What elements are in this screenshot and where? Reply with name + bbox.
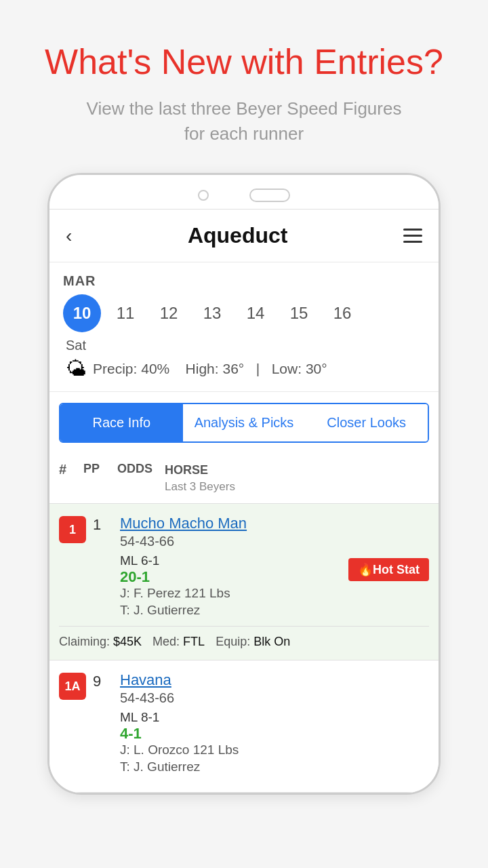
claiming-row-1: Claiming: $45K Med: FTL Equip: Blk On [59,626,429,649]
equip-item: Equip: Blk On [216,635,290,649]
app-content: ‹ Aqueduct MAR 10 11 12 13 14 15 16 Sat [49,209,439,793]
month-label: MAR [63,273,425,289]
date-item-5[interactable]: 15 [280,294,318,332]
runner-main-2: 1A 9 Havana 54-43-66 ML 8-1 4-1 J: L. Or… [59,671,429,774]
col-header-odds: ODDS [117,462,165,476]
runner-main-1: 1 1 Mucho Macho Man 54-43-66 ML 6-1 20-1 [59,515,429,618]
runner-trainer-2: T: J. Gutierrez [120,760,429,774]
runner-odds-1: 20-1 [120,568,159,586]
tab-race-info[interactable]: Race Info [60,404,183,441]
table-row: 1A 9 Havana 54-43-66 ML 8-1 4-1 J: L. Or… [49,660,439,793]
runner-top-row-1: Mucho Macho Man 54-43-66 [120,515,429,553]
runner-beyers-2: 54-43-66 [120,690,429,706]
high-val: 36° [222,361,244,376]
runner-jockey-1: J: F. Perez 121 Lbs [120,586,429,601]
date-item-1[interactable]: 11 [106,294,144,332]
phone-mockup: ‹ Aqueduct MAR 10 11 12 13 14 15 16 Sat [47,173,441,795]
med-item: Med: FTL [152,635,205,649]
runner-odds-row-2: ML 8-1 4-1 [120,710,429,743]
menu-line-1 [403,229,422,231]
runner-pp-1: 1 [93,515,120,534]
claiming-item: Claiming: $45K [59,635,142,649]
tab-closer-looks[interactable]: Closer Looks [305,404,428,441]
phone-camera-icon [198,190,209,201]
phone-speaker [249,189,290,202]
weather-text: Precip: 40% High: 36° | Low: 30° [93,361,327,377]
col-header-hash: # [59,462,83,477]
menu-button[interactable] [403,229,422,243]
date-strip: 10 11 12 13 14 15 16 [63,294,425,332]
runner-ml-2: ML 8-1 [120,710,159,725]
col-header-pp: PP [83,462,117,476]
phone-top-bar [49,175,439,209]
precip-label: Precip: [93,361,137,376]
runner-pp-2: 9 [93,671,120,690]
runner-ml-1: ML 6-1 [120,553,159,568]
back-button[interactable]: ‹ [66,225,72,247]
date-item-0[interactable]: 10 [63,294,101,332]
horse-label: HORSE [165,462,429,479]
date-item-4[interactable]: 14 [237,294,274,332]
day-label: Sat [66,338,425,353]
runner-odds-2: 4-1 [120,725,159,743]
runner-odds-row-1: ML 6-1 20-1 🔥Hot Stat [120,553,429,586]
beyers-label: Last 3 Beyers [165,479,429,495]
weather-icon: 🌤 [66,357,86,380]
runner-info-1: Mucho Macho Man 54-43-66 ML 6-1 20-1 🔥Ho… [120,515,429,618]
runner-badge-1: 1 [59,516,86,543]
runner-badge-2: 1A [59,673,86,700]
col-header-horse: HORSE Last 3 Beyers [165,462,429,495]
low-val: 30° [306,361,327,376]
runner-beyers-1: 54-43-66 [120,534,247,549]
runner-name-2[interactable]: Havana [120,671,429,689]
hot-stat-badge-1: 🔥Hot Stat [348,558,429,581]
table-header: # PP ODDS HORSE Last 3 Beyers [49,454,439,504]
menu-line-2 [403,235,422,237]
tab-analysis-picks[interactable]: Analysis & Picks [183,404,306,441]
high-label: High: [186,361,219,376]
runner-jockey-2: J: L. Orozco 121 Lbs [120,743,429,757]
page-header: What's New with Entries? View the last t… [0,0,488,159]
runner-info-2: Havana 54-43-66 ML 8-1 4-1 J: L. Orozco … [120,671,429,774]
app-title: Aqueduct [188,223,288,248]
menu-line-3 [403,241,422,243]
weather-row: 🌤 Precip: 40% High: 36° | Low: 30° [63,357,425,380]
precip-val: 40% [141,361,169,376]
tab-bar: Race Info Analysis & Picks Closer Looks [59,403,429,443]
low-label: Low: [272,361,302,376]
app-navbar: ‹ Aqueduct [49,210,439,262]
table-row: 1 1 Mucho Macho Man 54-43-66 ML 6-1 20-1 [49,504,439,660]
date-item-3[interactable]: 13 [193,294,231,332]
runner-trainer-1: T: J. Gutierrez [120,603,429,618]
runner-name-1[interactable]: Mucho Macho Man [120,515,247,532]
date-section: MAR 10 11 12 13 14 15 16 Sat 🌤 Precip: 4… [49,262,439,392]
page-title: What's New with Entries? [27,41,461,83]
date-item-6[interactable]: 16 [323,294,361,332]
date-item-2[interactable]: 12 [150,294,188,332]
page-subtitle: View the last three Beyer Speed Figuresf… [27,96,461,146]
